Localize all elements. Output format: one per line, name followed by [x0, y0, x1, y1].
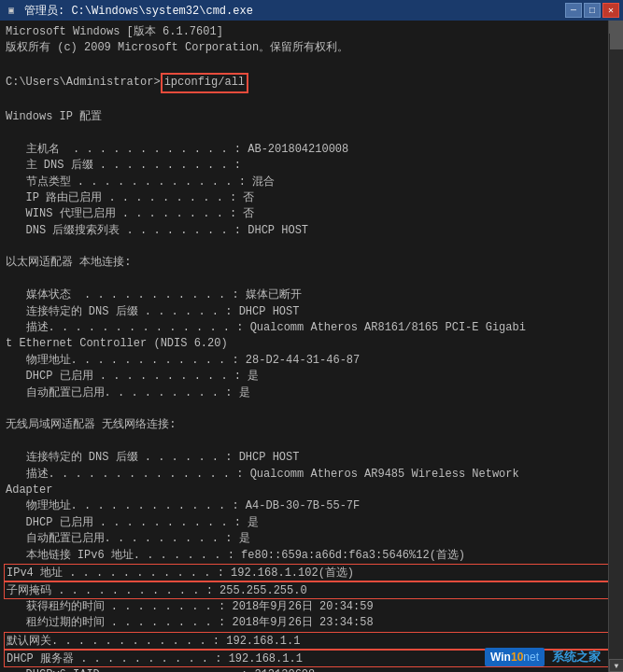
line-phys-addr: 物理地址. . . . . . . . . . . . : 28-D2-44-3… [6, 353, 617, 369]
prompt-line: C:\Users\Administrator>ipconfig/all [6, 73, 617, 92]
prompt-text: C:\Users\Administrator> [6, 75, 161, 91]
line-wlan-dhcp: DHCP 已启用 . . . . . . . . . . : 是 [6, 515, 617, 531]
line-node-type: 节点类型 . . . . . . . . . . . . : 混合 [6, 175, 617, 190]
line-wins-proxy: WINS 代理已启用 . . . . . . . . : 否 [6, 206, 617, 222]
scrollbar-thumb[interactable] [610, 21, 623, 49]
minimize-button[interactable]: ─ [565, 3, 582, 18]
line-windows-ip: Windows IP 配置 [6, 109, 617, 125]
line-ethernet-header: 以太网适配器 本地连接: [6, 255, 617, 271]
watermark-brand: 系统之家 [552, 649, 601, 665]
line-blank-6 [6, 434, 617, 450]
line-description: 描述. . . . . . . . . . . . . . : Qualcomm… [6, 320, 617, 336]
line-media-state: 媒体状态 . . . . . . . . . . . : 媒体已断开 [6, 287, 617, 303]
line-conn-dns: 连接特定的 DNS 后缀 . . . . . . : DHCP HOST [6, 304, 617, 320]
command-highlight: ipconfig/all [161, 73, 248, 92]
title-bar-controls: ─ □ ✕ [565, 3, 619, 18]
watermark-ten: 10 [511, 651, 523, 664]
scroll-down-button[interactable]: ▼ [609, 659, 623, 672]
scrollbar[interactable]: ▲ ▼ [608, 21, 623, 672]
line-autoconfig: 自动配置已启用. . . . . . . . . : 是 [6, 385, 617, 401]
subnet-mask-row: 子网掩码 . . . . . . . . . . . : 255.255.255… [4, 581, 619, 599]
ipv4-address-row: IPv4 地址 . . . . . . . . . . . : 192.168.… [4, 564, 619, 581]
title-bar: ▣ 管理员: C:\Windows\system32\cmd.exe ─ □ ✕ [0, 0, 623, 21]
line-hostname: 主机名 . . . . . . . . . . . . : AB-2018042… [6, 142, 617, 158]
line-dns-search: DNS 后缀搜索列表 . . . . . . . . : DHCP HOST [6, 223, 617, 239]
watermark-net: net [523, 651, 539, 664]
line-adapter-cont: Adapter [6, 483, 617, 498]
title-bar-left: ▣ 管理员: C:\Windows\system32\cmd.exe [4, 3, 253, 19]
line-wlan-dns: 连接特定的 DNS 后缀 . . . . . . : DHCP HOST [6, 450, 617, 466]
line-blank-4 [6, 272, 617, 287]
watermark-win: Win [490, 651, 511, 664]
line-wlan-auto: 自动配置已启用. . . . . . . . . : 是 [6, 531, 617, 547]
line-lease-obtain: 获得租约的时间 . . . . . . . . : 2018年9月26日 20:… [6, 599, 617, 615]
line-dhcpv6-iaid: DHCPv6 IAID . . . . . . . . . . : 212130… [6, 667, 617, 672]
maximize-button[interactable]: □ [584, 3, 601, 18]
line-2: 版权所有 (c) 2009 Microsoft Corporation。保留所有… [6, 40, 617, 56]
line-dhcp-enabled: DHCP 已启用 . . . . . . . . . . : 是 [6, 369, 617, 385]
line-ip-routing: IP 路由已启用 . . . . . . . . . : 否 [6, 190, 617, 206]
default-gateway-row: 默认网关. . . . . . . . . . . . : 192.168.1.… [4, 632, 619, 650]
line-blank-5 [6, 401, 617, 417]
close-button[interactable]: ✕ [602, 3, 619, 18]
line-desc-cont: t Ethernet Controller (NDIS 6.20) [6, 336, 617, 352]
line-wlan-phys: 物理地址. . . . . . . . . . . . : A4-DB-30-7… [6, 498, 617, 514]
line-3 [6, 57, 617, 73]
line-blank-1 [6, 93, 617, 109]
line-wlan-desc: 描述. . . . . . . . . . . . . . : Qualcomm… [6, 467, 617, 483]
line-wireless-header: 无线局域网适配器 无线网络连接: [6, 417, 617, 433]
line-dns-suffix: 主 DNS 后缀 . . . . . . . . . . : [6, 158, 617, 174]
line-blank-2 [6, 125, 617, 141]
title-text: 管理员: C:\Windows\system32\cmd.exe [24, 3, 253, 19]
line-lease-expire: 租约过期的时间 . . . . . . . . : 2018年9月26日 23:… [6, 615, 617, 631]
line-blank-3 [6, 239, 617, 255]
line-ipv6: 本地链接 IPv6 地址. . . . . . . : fe80::659a:a… [6, 548, 617, 564]
terminal-window: Microsoft Windows [版本 6.1.7601] 版权所有 (c)… [0, 21, 623, 672]
line-1: Microsoft Windows [版本 6.1.7601] [6, 24, 617, 40]
watermark: Win 10 net 系统之家 [485, 648, 601, 666]
cmd-icon: ▣ [4, 3, 19, 18]
